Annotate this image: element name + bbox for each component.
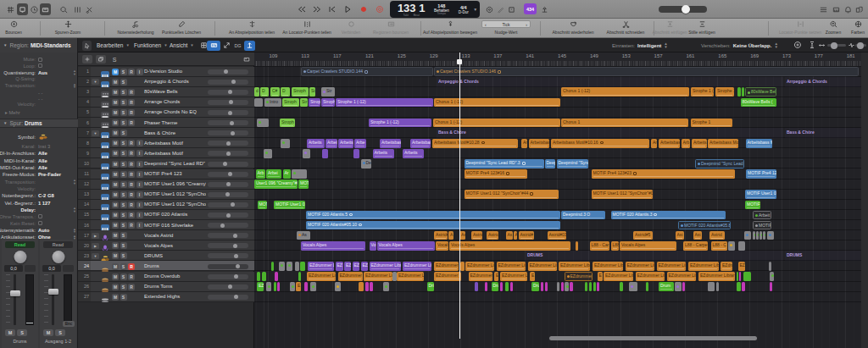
track-mute-button[interactable]: M xyxy=(112,263,119,270)
param-value[interactable]: Alle xyxy=(38,158,47,163)
track-input-button[interactable]: I xyxy=(136,150,143,157)
track-volume-slider[interactable] xyxy=(208,253,248,258)
region-ezdrummer-libr[interactable]: EZdrummer Libr xyxy=(636,272,665,281)
track-volume-slider[interactable] xyxy=(208,213,248,218)
region[interactable] xyxy=(728,241,736,251)
track-volume-slider[interactable] xyxy=(208,141,248,146)
menu-funktionen[interactable]: Funktionen▼ xyxy=(134,38,168,52)
track-stack-chevron-icon[interactable]: ▶ xyxy=(92,243,99,249)
region-vo[interactable]: Vo xyxy=(370,241,376,251)
snap-stepper-icon[interactable]: ▲▼ xyxy=(664,42,667,49)
region-strophe-1[interactable]: Strophe 1 xyxy=(691,119,732,128)
track-input-button[interactable]: I xyxy=(136,181,143,188)
menu-bearbeiten[interactable]: Bearbeiten▼ xyxy=(97,38,130,52)
duplicate-track-icon[interactable] xyxy=(96,55,106,64)
track-row-27[interactable]: 27MSExtended Highs xyxy=(78,292,254,302)
region-l88-[interactable]: L88 - xyxy=(611,241,620,251)
region[interactable] xyxy=(620,282,623,291)
region-a[interactable]: A xyxy=(448,231,453,240)
master-volume-knob[interactable] xyxy=(682,5,690,14)
track-volume-slider[interactable] xyxy=(208,110,248,115)
region[interactable] xyxy=(742,282,745,291)
region[interactable] xyxy=(576,241,578,251)
drag-stepper-icon[interactable]: ▲▼ xyxy=(774,42,777,49)
hzoom-slider-knob[interactable] xyxy=(831,42,837,49)
track-volume-slider[interactable] xyxy=(208,69,248,75)
region-astrid-5[interactable]: Astrid#5 xyxy=(633,231,653,240)
pencil-icon[interactable] xyxy=(496,3,505,15)
param-value[interactable]: 1 127 xyxy=(38,201,51,206)
region-strophe-1-[interactable]: Strophe 1 (- xyxy=(691,87,714,97)
track-mute-button[interactable]: M xyxy=(112,119,119,126)
region-arbe[interactable]: Arbe xyxy=(354,139,366,148)
track-stack-chevron-icon[interactable]: ▶ xyxy=(92,233,99,239)
param-stepper-icon[interactable]: ▲▼ xyxy=(73,179,76,185)
track-solo-button[interactable]: S xyxy=(120,89,127,96)
region[interactable] xyxy=(310,282,316,291)
track-mute-button[interactable]: M xyxy=(112,284,119,290)
param-checkbox[interactable] xyxy=(38,214,42,218)
track-mute-button[interactable]: M xyxy=(112,212,119,218)
track-record-button[interactable]: R xyxy=(128,202,135,208)
track-input-button[interactable]: I xyxy=(136,171,143,178)
track-mute-button[interactable]: M xyxy=(112,181,119,188)
track-row-20[interactable]: 20▶MSVocals Alpes xyxy=(78,240,254,251)
param-stepper-icon[interactable]: ▲▼ xyxy=(73,83,76,89)
track-solo-button[interactable]: S xyxy=(120,212,127,218)
track-volume-knob[interactable] xyxy=(236,264,240,268)
track-row-12[interactable]: 12MSRIMOTIF User1 096 "Creamy" xyxy=(78,180,254,190)
region-chorus-1-12-[interactable]: Chorus 1 (-12) xyxy=(433,119,560,128)
track-solo-button[interactable]: S xyxy=(120,130,127,136)
region[interactable] xyxy=(365,282,369,291)
region[interactable] xyxy=(264,149,273,158)
track-volume-slider[interactable] xyxy=(208,243,248,248)
region[interactable] xyxy=(392,272,397,281)
param-value[interactable]: Alle xyxy=(38,151,47,156)
region-motif[interactable]: MOTIF xyxy=(753,221,771,230)
track-record-button[interactable]: R xyxy=(128,222,135,229)
region[interactable] xyxy=(737,87,741,97)
region[interactable] xyxy=(565,282,569,291)
menu-ansicht[interactable]: Ansicht▼ xyxy=(170,38,194,52)
region-ezdrummer-libr[interactable]: EZdrummer Libr xyxy=(688,262,719,271)
region-arbei[interactable]: Arbei xyxy=(266,169,281,179)
track-solo-button[interactable]: S xyxy=(120,79,127,86)
record-button[interactable] xyxy=(359,3,369,15)
region[interactable] xyxy=(770,282,772,291)
region[interactable] xyxy=(561,282,564,291)
track-record-button[interactable]: R xyxy=(128,140,135,146)
track-volume-knob[interactable] xyxy=(230,121,234,125)
region[interactable] xyxy=(675,282,682,291)
track-solo-button[interactable]: S xyxy=(120,171,127,178)
strip-mute-button[interactable]: M xyxy=(5,329,15,336)
region-de[interactable]: De xyxy=(361,159,372,168)
track-volume-slider[interactable] xyxy=(208,130,248,135)
track-row-1[interactable]: 1MSRID-Version Studio xyxy=(78,67,254,77)
track-row-9[interactable]: 9MSRIArbeitsbass Motif xyxy=(78,148,254,158)
apps-grid-icon[interactable] xyxy=(5,3,15,15)
scissors-icon[interactable] xyxy=(85,3,93,15)
track-row-16[interactable]: 16MSRIMOTIF 016 Silverlake xyxy=(78,220,254,230)
toolbar-button-9[interactable]: ‹Tick›Nudge-Wert xyxy=(470,20,542,35)
browser-icon[interactable] xyxy=(854,3,864,15)
drag-dropdown[interactable]: Verschieben:Keine Überlapp.▲▼ xyxy=(701,38,778,52)
region[interactable] xyxy=(593,282,596,291)
region[interactable] xyxy=(287,262,292,271)
track-record-button[interactable]: R xyxy=(128,119,135,126)
track-row-17[interactable]: 17▶MSVocals Astrid xyxy=(78,230,254,240)
region-ezd[interactable]: EZd xyxy=(738,262,745,271)
track-mute-button[interactable]: M xyxy=(112,150,119,157)
track-input-button[interactable]: I xyxy=(136,202,143,208)
region-chorus-1-12-[interactable]: Chorus 1 (-12) xyxy=(561,87,689,97)
track-volume-knob[interactable] xyxy=(226,182,231,186)
region-ezdru[interactable]: EZdru xyxy=(721,262,732,271)
region[interactable] xyxy=(271,262,275,271)
region[interactable] xyxy=(737,282,741,291)
track-volume-knob[interactable] xyxy=(228,90,232,94)
fader-handle[interactable] xyxy=(10,290,20,296)
region-ezdrummer-l[interactable]: EZdrummer L xyxy=(565,272,593,281)
track-solo-button[interactable]: S xyxy=(120,191,127,198)
region[interactable] xyxy=(275,272,278,281)
track-mute-button[interactable]: M xyxy=(112,294,119,301)
param-stepper-icon[interactable]: ▲▼ xyxy=(73,69,76,75)
